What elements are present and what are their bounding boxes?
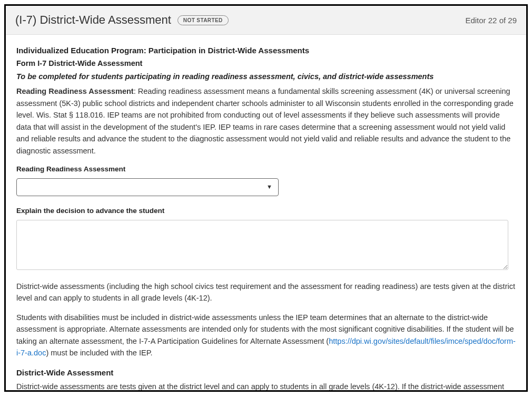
intro-heading-2: Form I-7 District-Wide Assessment <box>16 57 516 69</box>
editor-frame: (I-7) District-Wide Assessment NOT START… <box>4 4 528 392</box>
explain-textarea[interactable] <box>16 220 508 270</box>
districtwide-p1: District-wide assessments (including the… <box>16 281 516 304</box>
reading-readiness-body: : Reading readiness assessment means a f… <box>16 87 514 154</box>
reading-readiness-lead: Reading Readiness Assessment <box>16 87 134 95</box>
content-area: Individualized Education Program: Partic… <box>6 35 526 392</box>
explain-label: Explain the decision to advance the stud… <box>16 206 516 217</box>
districtwide-p2: Students with disabilities must be inclu… <box>16 312 516 359</box>
header-left: (I-7) District-Wide Assessment NOT START… <box>15 13 229 27</box>
page-title: (I-7) District-Wide Assessment <box>15 13 171 27</box>
editor-counter: Editor 22 of 29 <box>465 16 517 25</box>
header-bar: (I-7) District-Wide Assessment NOT START… <box>6 6 526 35</box>
districtwide-p3: District-wide assessments are tests give… <box>16 381 516 392</box>
districtwide-p2-b: ) must be included with the IEP. <box>46 349 152 357</box>
reading-readiness-select[interactable] <box>16 178 279 196</box>
reading-readiness-select-wrap: ▼ <box>16 178 279 196</box>
intro-heading-1: Individualized Education Program: Partic… <box>16 44 516 56</box>
select-label: Reading Readiness Assessment <box>16 164 516 175</box>
intro-note: To be completed for students participati… <box>16 71 516 82</box>
reading-readiness-paragraph: Reading Readiness Assessment: Reading re… <box>16 85 516 157</box>
districtwide-heading: District-Wide Assessment <box>16 366 516 379</box>
status-badge: NOT STARTED <box>178 15 229 25</box>
